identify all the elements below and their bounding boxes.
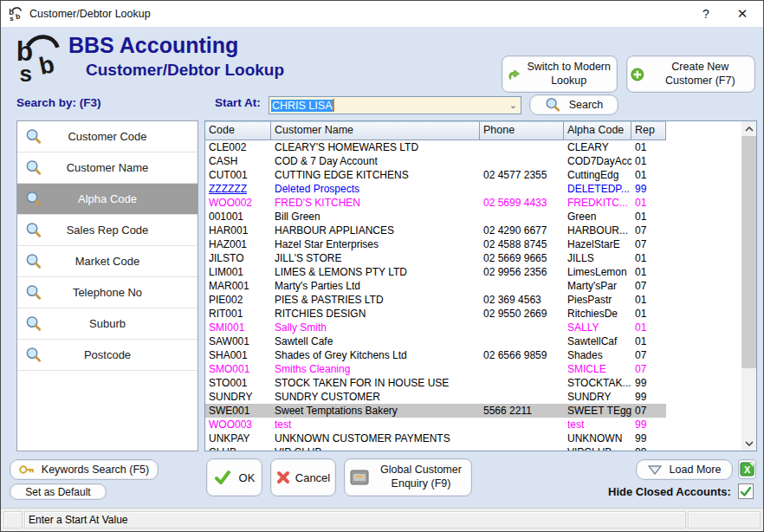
table-row[interactable]: ZZZZZZDeleted ProspectsDELETEDP...99 <box>205 182 666 196</box>
load-more-button[interactable]: Load More <box>636 459 733 480</box>
scroll-up-icon[interactable] <box>741 121 756 136</box>
app-title: BBS Accounting <box>68 33 238 58</box>
cell-rep: 07 <box>631 237 666 251</box>
svg-text:s: s <box>10 15 14 22</box>
search-button[interactable]: Search <box>529 94 618 115</box>
ok-button[interactable]: OK <box>206 458 262 496</box>
cell-name: Sweet Temptations Bakery <box>271 404 480 418</box>
table-row[interactable]: 001001Bill GreenGreen01 <box>205 210 666 224</box>
cell-rep: 01 <box>631 140 666 154</box>
table-row[interactable]: UNKPAYUNKNOWN CUSTOMER PAYMENTSUNKNOWN99 <box>205 431 666 445</box>
cell-alpha: SawtellCaf <box>564 334 631 348</box>
close-button[interactable]: ✕ <box>723 1 761 27</box>
cell-phone <box>480 390 564 404</box>
column-header-rep[interactable]: Rep <box>631 121 666 140</box>
table-row[interactable]: SHA001Shades of Grey Kitchens Ltd02 6566… <box>205 348 666 362</box>
cell-rep: 99 <box>631 431 666 445</box>
cell-alpha: COD7DayAcc <box>564 154 631 168</box>
cell-name: Sally Smith <box>271 321 480 334</box>
table-row[interactable]: MAR001Marty's Parties LtdMarty'sPar07 <box>205 279 666 293</box>
keywords-search-button[interactable]: Keywords Search (F5) <box>10 459 159 480</box>
cell-rep: 99 <box>631 418 666 431</box>
switch-to-modern-lookup-button[interactable]: Switch to Modern Lookup <box>502 55 618 93</box>
cell-name: Bill Green <box>271 210 480 224</box>
table-row[interactable]: WOO002FRED'S KITCHEN02 5699 4433FREDKITC… <box>205 196 666 210</box>
cell-alpha: SWEET TEgg <box>564 404 631 418</box>
ok-label: OK <box>239 471 256 484</box>
table-row[interactable]: HAR001HARBOUR APPLIANCES02 4290 6677HARB… <box>205 224 666 237</box>
cell-phone <box>480 376 564 390</box>
table-row[interactable]: SAW001Sawtell CafeSawtellCaf01 <box>205 334 666 348</box>
magnifier-icon <box>25 284 42 301</box>
column-header-customer-name[interactable]: Customer Name <box>271 121 480 140</box>
global-customer-enquiry-button[interactable]: Global Customer Enquiry (F9) <box>344 458 472 496</box>
sidebar-item-postcode[interactable]: Postcode <box>17 340 197 371</box>
table-row[interactable]: CLUBVIP CLUBVIPCLUB99 <box>205 445 666 451</box>
table-row[interactable]: JILSTOJILL'S STORE02 5669 9665JILLS01 <box>205 251 666 265</box>
cell-rep: 99 <box>631 445 666 451</box>
cell-alpha: CuttingEdg <box>564 168 631 182</box>
table-row[interactable]: HAZ001Hazel Star Enterprises02 4588 8745… <box>205 237 666 251</box>
sidebar-item-alpha-code[interactable]: Alpha Code <box>17 184 197 215</box>
cell-rep: 07 <box>631 224 666 237</box>
cell-rep: 99 <box>631 390 666 404</box>
cell-name: CLEARY'S HOMEWARES LTD <box>271 140 480 154</box>
sidebar-item-telephone-no[interactable]: Telephone No <box>17 277 197 308</box>
excel-export-button[interactable]: X <box>738 459 756 479</box>
sidebar-item-market-code[interactable]: Market Code <box>17 246 197 277</box>
cell-alpha: JILLS <box>564 251 631 265</box>
table-row[interactable]: SMI001Sally SmithSALLY01 <box>205 321 666 334</box>
down-triangle-icon <box>648 465 662 475</box>
table-row[interactable]: RIT001RITCHIES DESIGN02 9550 2669Ritchie… <box>205 307 666 321</box>
switch-to-modern-lookup-label: Switch to Modern Lookup <box>526 61 612 88</box>
sidebar-item-sales-rep-code[interactable]: Sales Rep Code <box>17 215 197 246</box>
sidebar-item-label: Sales Rep Code <box>17 224 197 237</box>
sidebar-item-label: Suburb <box>17 317 197 330</box>
table-row[interactable]: CLE002CLEARY'S HOMEWARES LTDCLEARY01 <box>205 140 666 154</box>
column-header-code[interactable]: Code <box>205 121 271 140</box>
table-row[interactable]: SMO001Smiths CleaningSMICLE07 <box>205 362 666 376</box>
create-new-customer-button[interactable]: Create New Customer (F7) <box>626 55 755 93</box>
cell-alpha: test <box>564 418 631 431</box>
chevron-down-icon[interactable]: ⌄ <box>509 100 517 111</box>
vertical-scrollbar[interactable] <box>741 121 756 451</box>
sidebar-item-customer-code[interactable]: Customer Code <box>17 121 197 152</box>
cancel-button[interactable]: Cancel <box>270 458 336 496</box>
table-row[interactable]: SWE001Sweet Temptations Bakery5566 2211S… <box>205 404 666 418</box>
cell-rep: 01 <box>631 265 666 279</box>
table-row[interactable]: WOO003testtest99 <box>205 418 666 431</box>
cell-name: SUNDRY CUSTOMER <box>271 390 480 404</box>
cell-name: FRED'S KITCHEN <box>271 196 480 210</box>
column-header-phone[interactable]: Phone <box>480 121 564 140</box>
sidebar-item-customer-name[interactable]: Customer Name <box>17 152 197 184</box>
table-row[interactable]: PIE002PIES & PASTRIES LTD02 369 4563Pies… <box>205 293 666 307</box>
sidebar-item-suburb[interactable]: Suburb <box>17 308 197 340</box>
cell-phone <box>480 182 564 196</box>
cell-code: WOO003 <box>205 418 271 431</box>
table-row[interactable]: STO001STOCK TAKEN FOR IN HOUSE USESTOCKT… <box>205 376 666 390</box>
table-row[interactable]: LIM001LIMES & LEMONS PTY LTD02 9956 2356… <box>205 265 666 279</box>
svg-text:X: X <box>744 464 751 475</box>
cell-phone <box>480 431 564 445</box>
cell-name: Smiths Cleaning <box>271 362 480 376</box>
cell-code: SWE001 <box>205 404 271 418</box>
start-at-input[interactable]: CHRIS LISA ⌄ <box>269 96 521 114</box>
help-button[interactable]: ? <box>687 1 725 27</box>
cell-name: VIP CLUB <box>271 445 480 451</box>
column-header-alpha-code[interactable]: Alpha Code <box>564 121 631 140</box>
table-row[interactable]: SUNDRYSUNDRY CUSTOMERSUNDRY99 <box>205 390 666 404</box>
set-as-default-button[interactable]: Set as Default <box>10 483 107 500</box>
scrollbar-thumb[interactable] <box>741 136 756 368</box>
hide-closed-accounts-checkbox[interactable] <box>738 483 754 499</box>
scroll-down-icon[interactable] <box>741 436 756 451</box>
cell-rep: 07 <box>631 362 666 376</box>
cell-name: COD & 7 Day Account <box>271 154 480 168</box>
cancel-label: Cancel <box>295 471 330 484</box>
cell-alpha: DELETEDP... <box>564 182 631 196</box>
table-row[interactable]: CASHCOD & 7 Day AccountCOD7DayAcc01 <box>205 154 666 168</box>
green-check-icon <box>214 470 231 485</box>
cell-name: PIES & PASTRIES LTD <box>271 293 480 307</box>
cell-phone: 02 4290 6677 <box>480 224 564 237</box>
green-checkbox-icon <box>741 487 751 496</box>
table-row[interactable]: CUT001CUTTING EDGE KITCHENS02 4577 2355C… <box>205 168 666 182</box>
